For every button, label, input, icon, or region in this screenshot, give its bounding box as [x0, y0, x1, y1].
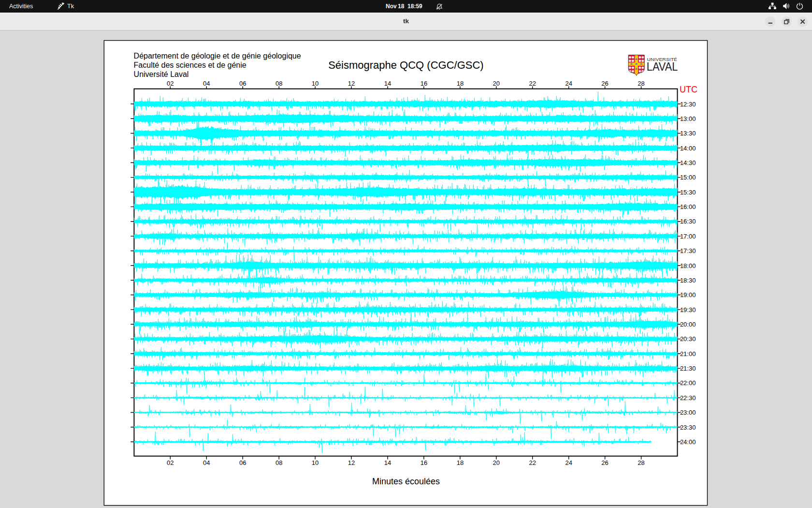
svg-text:UTC: UTC [680, 85, 697, 94]
svg-text:28: 28 [638, 80, 644, 87]
svg-text:06: 06 [239, 459, 246, 466]
svg-text:24:00: 24:00 [680, 438, 696, 446]
svg-text:Minutes écoulées: Minutes écoulées [372, 477, 440, 486]
svg-text:LAVAL: LAVAL [647, 60, 678, 73]
svg-text:Séismographe QCQ (CGC/GSC): Séismographe QCQ (CGC/GSC) [328, 59, 484, 71]
svg-text:17:00: 17:00 [680, 233, 696, 240]
svg-text:12: 12 [348, 80, 355, 87]
svg-text:15:00: 15:00 [680, 174, 696, 181]
svg-text:02: 02 [167, 459, 174, 466]
svg-text:04: 04 [203, 80, 210, 87]
svg-text:Université Laval: Université Laval [134, 70, 189, 78]
svg-text:02: 02 [167, 80, 174, 87]
svg-text:18:30: 18:30 [680, 277, 696, 284]
svg-text:15:30: 15:30 [680, 189, 696, 196]
svg-text:23:30: 23:30 [680, 424, 696, 431]
svg-text:28: 28 [638, 459, 644, 466]
svg-text:24: 24 [565, 80, 572, 87]
svg-text:Département de géologie et de: Département de géologie et de génie géol… [134, 52, 301, 60]
svg-text:08: 08 [276, 80, 282, 87]
svg-text:21:00: 21:00 [680, 350, 696, 358]
svg-text:19:00: 19:00 [680, 291, 696, 299]
svg-text:16:00: 16:00 [680, 203, 696, 210]
svg-text:23:00: 23:00 [680, 409, 696, 416]
svg-text:22: 22 [529, 459, 536, 466]
svg-text:20:00: 20:00 [680, 321, 696, 328]
svg-text:16: 16 [420, 80, 427, 87]
svg-text:14:30: 14:30 [680, 159, 696, 166]
svg-text:26: 26 [601, 459, 608, 466]
svg-text:22:00: 22:00 [680, 379, 696, 387]
svg-text:18:00: 18:00 [680, 262, 696, 269]
svg-text:20: 20 [493, 459, 500, 466]
svg-text:26: 26 [601, 80, 608, 87]
svg-text:13:00: 13:00 [680, 115, 696, 122]
svg-text:14: 14 [384, 80, 391, 87]
svg-text:21:30: 21:30 [680, 365, 696, 372]
svg-text:18: 18 [457, 80, 464, 87]
svg-text:18: 18 [457, 459, 464, 466]
svg-text:13:30: 13:30 [680, 130, 696, 137]
svg-text:Faculté des sciences et de gén: Faculté des sciences et de génie [134, 61, 246, 69]
svg-text:20:30: 20:30 [680, 335, 696, 343]
svg-text:20: 20 [493, 80, 500, 87]
svg-text:24: 24 [565, 459, 572, 466]
svg-text:14:00: 14:00 [680, 145, 696, 152]
svg-text:04: 04 [203, 459, 210, 466]
svg-text:16: 16 [420, 459, 427, 466]
svg-text:19:30: 19:30 [680, 306, 696, 314]
svg-text:12: 12 [348, 459, 355, 466]
svg-text:16:30: 16:30 [680, 218, 696, 225]
svg-text:10: 10 [312, 459, 319, 466]
svg-text:06: 06 [239, 80, 246, 87]
svg-text:22: 22 [529, 80, 536, 87]
svg-text:10: 10 [312, 80, 319, 87]
svg-text:17:30: 17:30 [680, 247, 696, 254]
svg-text:22:30: 22:30 [680, 394, 696, 402]
svg-text:12:30: 12:30 [680, 101, 696, 108]
svg-text:08: 08 [276, 459, 282, 466]
svg-text:14: 14 [384, 459, 391, 466]
